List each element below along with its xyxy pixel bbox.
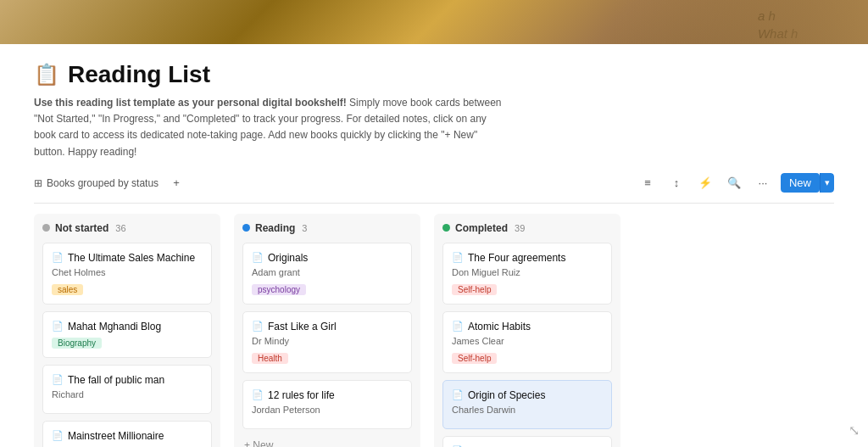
filter-button[interactable]: ≡ <box>637 172 659 194</box>
card-page-icon: 📄 <box>52 430 64 441</box>
page-description: Use this reading list template as your p… <box>34 95 509 160</box>
column-not-started: Not started36📄 The Ultimate Sales Machin… <box>34 214 220 447</box>
card-title-reading-1: 📄 Fast Like a Girl <box>252 321 403 332</box>
card-tag-completed-0: Self-help <box>452 284 497 295</box>
col-header-reading: Reading3 <box>242 222 412 234</box>
card-not-started-1[interactable]: 📄 Mahat Mghandi BlogBiography <box>42 311 212 358</box>
card-author-reading-1: Dr Mindy <box>252 336 403 346</box>
card-title-not-started-0: 📄 The Ultimate Sales Machine <box>52 252 203 264</box>
hero-banner: a hWhat ht he let outt is eyes <box>0 0 868 44</box>
card-author-completed-2: Charles Darwin <box>452 405 603 415</box>
card-author-completed-0: Don Miguel Ruiz <box>452 267 603 277</box>
col-dot-reading <box>242 224 250 232</box>
card-completed-1[interactable]: 📄 Atomic HabitsJames ClearSelf-help <box>442 311 612 373</box>
card-author-reading-0: Adam grant <box>252 267 403 277</box>
column-completed: Completed39📄 The Four agreementsDon Migu… <box>434 214 620 447</box>
card-not-started-2[interactable]: 📄 The fall of public manRichard <box>42 365 212 414</box>
card-author-reading-2: Jordan Peterson <box>252 405 403 415</box>
page-icon: 📋 <box>34 63 59 87</box>
lightning-button[interactable]: ⚡ <box>694 172 716 194</box>
card-title-not-started-1: 📄 Mahat Mghandi Blog <box>52 321 203 332</box>
card-page-icon: 📄 <box>52 321 64 332</box>
card-tag-reading-1: Health <box>252 353 288 364</box>
new-button-dropdown[interactable]: ▾ <box>820 173 834 193</box>
card-author-completed-1: James Clear <box>452 336 603 346</box>
card-reading-1[interactable]: 📄 Fast Like a GirlDr MindyHealth <box>242 311 412 373</box>
page-title: Reading List <box>68 61 210 88</box>
card-completed-2[interactable]: 📄 Origin of SpeciesCharles Darwin <box>442 380 612 429</box>
card-not-started-3[interactable]: 📄 Mainstreet MillionaireCodie Sanchez <box>42 421 212 447</box>
hero-text: a hWhat ht he let outt is eyes <box>758 7 817 44</box>
card-page-icon: 📄 <box>452 389 464 400</box>
grid-icon: ⊞ <box>34 177 42 189</box>
card-title-completed-2: 📄 Origin of Species <box>452 389 603 401</box>
card-tag-completed-1: Self-help <box>452 353 497 364</box>
group-by-status-label[interactable]: ⊞ Books grouped by status <box>34 177 159 189</box>
card-reading-0[interactable]: 📄 OriginalsAdam grantpsychology <box>242 243 412 305</box>
card-title-reading-0: 📄 Originals <box>252 252 403 264</box>
card-reading-2[interactable]: 📄 12 rules for lifeJordan Peterson <box>242 380 412 429</box>
card-title-completed-1: 📄 Atomic Habits <box>452 321 603 332</box>
add-view-button[interactable]: + <box>165 172 187 194</box>
column-reading: Reading3📄 OriginalsAdam grantpsychology📄… <box>234 214 420 447</box>
card-tag-not-started-0: sales <box>52 284 83 295</box>
description-bold: Use this reading list template as your p… <box>34 97 347 109</box>
card-page-icon: 📄 <box>52 374 64 385</box>
new-button[interactable]: New <box>781 173 820 193</box>
card-title-not-started-3: 📄 Mainstreet Millionaire <box>52 430 203 442</box>
col-count-reading: 3 <box>302 223 307 233</box>
col-count-completed: 39 <box>515 223 525 233</box>
card-page-icon: 📄 <box>52 252 64 263</box>
card-tag-not-started-1: Biography <box>52 338 102 349</box>
card-title-not-started-2: 📄 The fall of public man <box>52 374 203 386</box>
page-header: 📋 Reading List <box>34 61 834 88</box>
card-completed-0[interactable]: 📄 The Four agreementsDon Miguel RuizSelf… <box>442 243 612 305</box>
col-dot-completed <box>442 224 450 232</box>
col-header-completed: Completed39 <box>442 222 612 234</box>
card-not-started-0[interactable]: 📄 The Ultimate Sales MachineChet Holmess… <box>42 243 212 305</box>
sort-button[interactable]: ↕ <box>665 172 687 194</box>
card-page-icon: 📄 <box>252 389 264 400</box>
col-title-not-started: Not started <box>55 222 108 234</box>
search-button[interactable]: 🔍 <box>723 172 745 194</box>
card-page-icon: 📄 <box>252 321 264 332</box>
card-title-reading-2: 📄 12 rules for life <box>252 389 403 401</box>
more-button[interactable]: ··· <box>752 172 774 194</box>
col-dot-not-started <box>42 224 50 232</box>
add-new-btn-reading[interactable]: + New <box>242 436 412 447</box>
card-page-icon: 📄 <box>452 321 464 332</box>
card-page-icon: 📄 <box>252 252 264 263</box>
col-title-completed: Completed <box>455 222 508 234</box>
card-title-completed-0: 📄 The Four agreements <box>452 252 603 264</box>
card-page-icon: 📄 <box>452 252 464 263</box>
card-completed-3[interactable]: 📄 MasteryRobert GreenSelf-help <box>442 436 612 447</box>
col-count-not-started: 36 <box>115 223 125 233</box>
toolbar: ⊞ Books grouped by status + ≡ ↕ ⚡ 🔍 ··· … <box>34 172 834 204</box>
page-content: 📋 Reading List Use this reading list tem… <box>0 44 868 447</box>
col-title-reading: Reading <box>255 222 295 234</box>
card-author-not-started-0: Chet Holmes <box>52 267 203 277</box>
expand-icon[interactable]: ⤡ <box>849 422 860 439</box>
board: Not started36📄 The Ultimate Sales Machin… <box>34 214 834 447</box>
card-tag-reading-0: psychology <box>252 284 306 295</box>
col-header-not-started: Not started36 <box>42 222 212 234</box>
card-author-not-started-2: Richard <box>52 389 203 400</box>
